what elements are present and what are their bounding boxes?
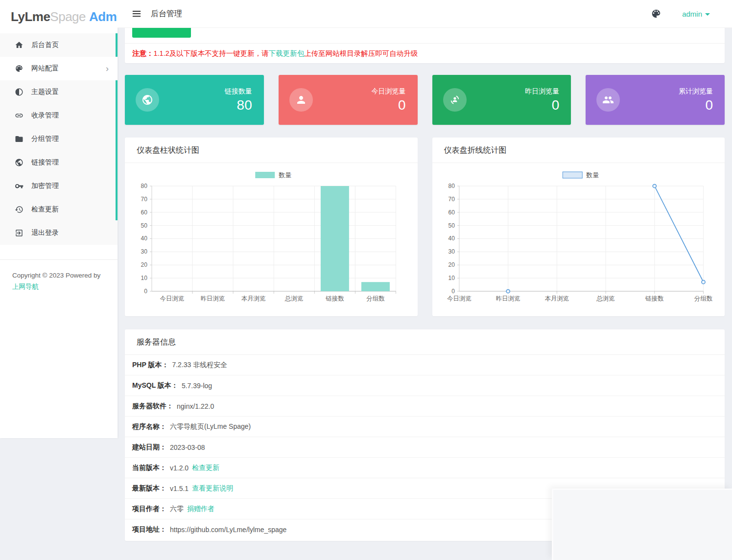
- sidebar-item-check-update[interactable]: 检查更新: [0, 198, 118, 221]
- server-row-value: 2023-03-08: [170, 443, 205, 451]
- download-update-link[interactable]: 下载更新包: [269, 49, 305, 57]
- svg-text:50: 50: [141, 222, 148, 229]
- copyright-link[interactable]: 上网导航: [12, 283, 39, 290]
- notice-prefix: 注意：: [132, 49, 154, 57]
- stat-card-value: 0: [525, 97, 559, 113]
- menu-toggle-button[interactable]: [131, 8, 142, 19]
- stat-card-label: 累计浏览量: [679, 87, 713, 96]
- line-chart: 01020304050607080今日浏览昨日浏览本月浏览总浏览链接数分组数数量: [432, 163, 725, 314]
- contrast-icon: [15, 88, 24, 96]
- key-icon: [15, 182, 24, 190]
- svg-text:链接数: 链接数: [645, 295, 664, 302]
- sidebar-divider: [0, 259, 118, 260]
- svg-text:总浏览: 总浏览: [284, 295, 303, 302]
- server-info-title: 服务器信息: [125, 329, 725, 355]
- person-icon: [295, 94, 307, 106]
- app-logo[interactable]: LyLmeSpageAdmin: [0, 0, 118, 33]
- stat-card-yesterday-views: 昨日浏览量0: [432, 75, 571, 125]
- stat-card-icon-circle: [596, 88, 620, 112]
- sidebar-item-logout[interactable]: 退出登录: [0, 221, 118, 245]
- svg-text:70: 70: [141, 196, 148, 203]
- stat-card-links-count: 链接数量80: [125, 75, 264, 125]
- sidebar-item-groups[interactable]: 分组管理: [0, 127, 118, 151]
- svg-text:今日浏览: 今日浏览: [160, 295, 185, 302]
- logout-icon: [15, 229, 24, 237]
- sidebar-item-home[interactable]: 后台首页: [0, 33, 118, 57]
- sidebar-item-label: 收录管理: [31, 111, 59, 120]
- server-info-row: PHP 版本：7.2.33 非线程安全: [125, 355, 725, 375]
- sidebar-item-site-config[interactable]: 网站配置›: [0, 57, 118, 80]
- svg-text:本月浏览: 本月浏览: [241, 295, 266, 302]
- sidebar-item-links[interactable]: 链接管理: [0, 151, 118, 174]
- bar-chart-panel: 仪表盘柱状统计图 01020304050607080今日浏览昨日浏览本月浏览总浏…: [125, 138, 418, 316]
- bar-分组数: [361, 282, 390, 291]
- stat-card-label: 链接数量: [225, 87, 252, 96]
- svg-text:20: 20: [448, 261, 455, 268]
- server-row-value: 六零导航页(LyLme Spage): [170, 422, 251, 431]
- copyright: Copyright © 2023 Powered by 上网导航: [0, 270, 118, 292]
- globe-icon: [142, 94, 153, 106]
- svg-text:80: 80: [141, 183, 148, 189]
- server-row-link[interactable]: 捐赠作者: [187, 505, 214, 513]
- svg-text:本月浏览: 本月浏览: [544, 295, 569, 302]
- stat-card-value: 0: [679, 97, 713, 113]
- sidebar-item-indexing[interactable]: 收录管理: [0, 104, 118, 127]
- svg-text:昨日浏览: 昨日浏览: [201, 295, 225, 302]
- sidebar-item-label: 后台首页: [31, 41, 59, 49]
- update-notice: 注意：1.1.2及以下版本不支持一键更新，请下载更新包上传至网站根目录解压即可自…: [125, 44, 725, 63]
- bar-链接数: [321, 186, 349, 291]
- chevron-right-icon: ›: [106, 64, 109, 73]
- empty-popup: [552, 489, 732, 560]
- bar-chart-title: 仪表盘柱状统计图: [125, 138, 418, 163]
- server-row-label: 程序名称：: [132, 422, 166, 431]
- line-chart-title: 仪表盘折线统计图: [432, 138, 725, 163]
- main-content: 注意：1.1.2及以下版本不支持一键更新，请下载更新包上传至网站根目录解压即可自…: [118, 28, 732, 560]
- stat-card-icon-circle: [289, 88, 313, 112]
- bar-chart: 01020304050607080今日浏览昨日浏览本月浏览总浏览链接数分组数数量: [125, 163, 418, 314]
- link-icon: [15, 111, 24, 120]
- svg-text:40: 40: [448, 235, 455, 242]
- logo-part-1: LyLme: [11, 9, 50, 24]
- server-row-value: nginx/1.22.0: [177, 402, 214, 410]
- app-root: LyLmeSpageAdmin 后台首页网站配置›主题设置收录管理分组管理链接管…: [0, 0, 732, 560]
- server-row-label: 项目作者：: [132, 505, 166, 513]
- stat-card-value: 0: [372, 97, 406, 113]
- home-icon: [15, 41, 24, 49]
- server-row-value: 7.2.33 非线程安全: [172, 361, 227, 370]
- stat-cards-row: 链接数量80今日浏览量0昨日浏览量0累计浏览量0: [125, 75, 725, 125]
- server-info-row: 当前版本：v1.2.0检查更新: [125, 458, 725, 478]
- server-row-label: 当前版本：: [132, 464, 166, 472]
- chevron-down-icon: [705, 13, 710, 16]
- server-row-link[interactable]: 检查更新: [192, 464, 219, 472]
- sidebar-item-label: 链接管理: [31, 158, 59, 167]
- line-chart-panel: 仪表盘折线统计图 01020304050607080今日浏览昨日浏览本月浏览总浏…: [432, 138, 725, 316]
- svg-text:分组数: 分组数: [694, 295, 712, 302]
- svg-text:分组数: 分组数: [366, 295, 385, 302]
- copyright-text: Copyright © 2023 Powered by: [12, 272, 100, 279]
- server-row-label: MySQL 版本：: [132, 381, 178, 390]
- point-分组数: [701, 280, 705, 284]
- update-panel: 注意：1.1.2及以下版本不支持一键更新，请下载更新包上传至网站根目录解压即可自…: [125, 28, 725, 63]
- sidebar: LyLmeSpageAdmin 后台首页网站配置›主题设置收录管理分组管理链接管…: [0, 0, 118, 438]
- update-panel-top: [125, 28, 725, 44]
- hamburger-icon: [131, 8, 142, 19]
- server-row-link[interactable]: 查看更新说明: [192, 484, 233, 493]
- stat-card-label: 今日浏览量: [372, 87, 406, 96]
- theme-palette-button[interactable]: [651, 8, 661, 19]
- user-dropdown[interactable]: admin: [682, 10, 710, 18]
- svg-text:0: 0: [451, 288, 455, 295]
- svg-text:60: 60: [448, 209, 455, 216]
- sidebar-item-label: 分组管理: [31, 135, 59, 143]
- folder-icon: [15, 135, 24, 143]
- server-info-row: 服务器软件：nginx/1.22.0: [125, 396, 725, 417]
- server-row-label: 建站日期：: [132, 443, 166, 452]
- server-row-value: v1.2.0: [170, 464, 189, 472]
- server-row-value: 六零: [170, 505, 184, 513]
- sidebar-item-theme[interactable]: 主题设置: [0, 80, 118, 104]
- svg-text:总浏览: 总浏览: [596, 295, 614, 302]
- svg-text:50: 50: [448, 222, 455, 229]
- svg-text:30: 30: [141, 248, 148, 255]
- server-row-label: PHP 版本：: [132, 361, 168, 370]
- update-button[interactable]: [132, 28, 191, 38]
- sidebar-item-encryption[interactable]: 加密管理: [0, 174, 118, 198]
